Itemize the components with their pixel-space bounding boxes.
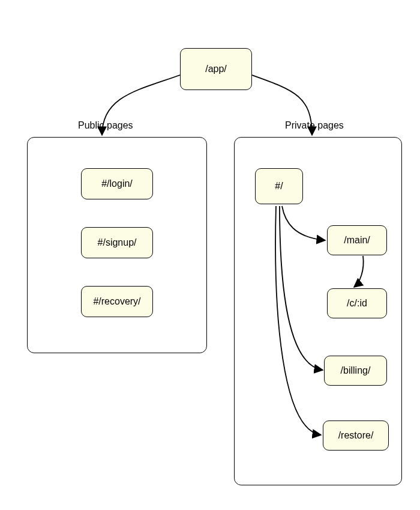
node-cid: /c/:id: [327, 288, 387, 318]
node-recovery-label: #/recovery/: [93, 296, 140, 307]
node-billing-label: /billing/: [341, 365, 371, 376]
node-billing: /billing/: [324, 356, 387, 386]
node-cid-label: /c/:id: [347, 298, 367, 309]
node-main-label: /main/: [344, 235, 370, 246]
public-title: Public pages: [78, 120, 133, 131]
node-app-root: /app/: [180, 48, 252, 90]
node-signup: #/signup/: [81, 227, 153, 258]
node-signup-label: #/signup/: [98, 237, 137, 248]
node-hash-root: #/: [255, 168, 303, 204]
node-main: /main/: [327, 225, 387, 255]
node-login-label: #/login/: [101, 178, 133, 189]
node-recovery: #/recovery/: [81, 286, 153, 317]
node-hash-root-label: #/: [275, 181, 283, 192]
node-restore: /restore/: [323, 420, 389, 451]
private-title: Private pages: [285, 120, 344, 131]
node-restore-label: /restore/: [338, 430, 374, 441]
node-app-root-label: /app/: [205, 64, 227, 74]
node-login: #/login/: [81, 168, 153, 199]
diagram-stage: /app/ Public pages Private pages #/login…: [0, 0, 420, 510]
